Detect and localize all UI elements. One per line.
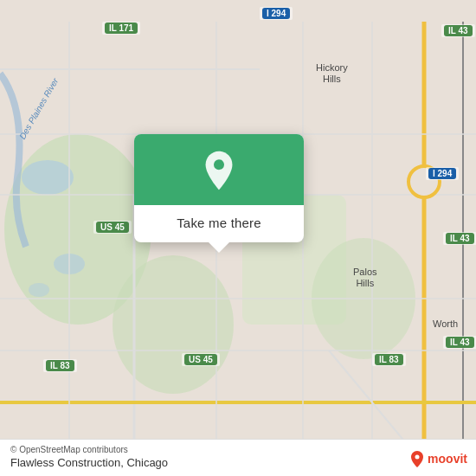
- svg-point-2: [113, 255, 234, 394]
- svg-point-7: [29, 283, 49, 297]
- location-name-text: Flawless Construction, Chicago: [10, 456, 466, 469]
- svg-point-24: [415, 455, 420, 460]
- svg-point-22: [408, 166, 440, 197]
- location-pin-icon: [198, 150, 240, 191]
- attribution-text: © OpenStreetMap contributors: [10, 445, 466, 454]
- moovit-logo: moovit: [409, 450, 467, 467]
- popup-card: Take me there: [134, 134, 304, 242]
- svg-point-23: [214, 159, 224, 170]
- moovit-text: moovit: [428, 452, 467, 466]
- popup-green-header: [134, 134, 304, 205]
- take-me-there-button[interactable]: Take me there: [177, 215, 261, 230]
- svg-point-5: [22, 160, 74, 195]
- popup-button-section: Take me there: [134, 205, 304, 242]
- map-container: Des Plaines River IL 171 I 294 IL 43 I 2…: [0, 0, 476, 476]
- bottom-bar: © OpenStreetMap contributors Flawless Co…: [0, 439, 476, 476]
- moovit-pin-icon: [409, 450, 425, 467]
